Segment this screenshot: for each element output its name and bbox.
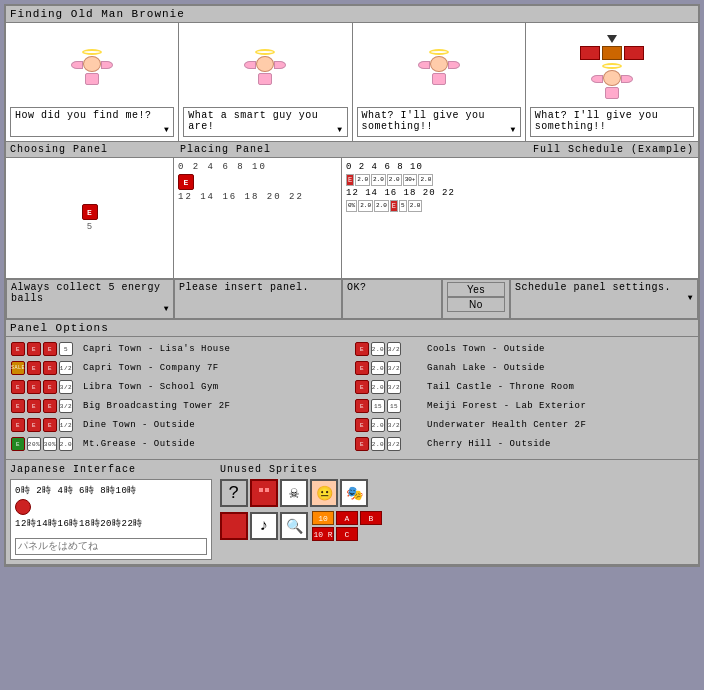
panel-item-4[interactable]: E E E 1/2 Dine Town - Outside <box>10 417 350 433</box>
angel-sprite-3 <box>418 49 460 85</box>
jp-text-input[interactable] <box>15 538 207 555</box>
head-1 <box>83 56 101 72</box>
panel-item-r4[interactable]: E 2.0 3/2 Underwater Health Center 2F <box>354 417 694 433</box>
panel-item-r5[interactable]: E 2.0 3/2 Cherry Hill - Outside <box>354 436 694 452</box>
full-schedule-header: Full Schedule (Example) <box>346 144 698 155</box>
section-headers: Choosing Panel Placing Panel Full Schedu… <box>6 142 698 158</box>
sched-n9: 5 <box>399 200 407 212</box>
mini-icon-e14: E <box>43 418 57 432</box>
no-button[interactable]: No <box>447 297 505 312</box>
dialogue-4: What? I'll give you something!! <box>530 107 694 137</box>
mini-num-3: 3/2 <box>59 380 73 394</box>
jp-sprite-icon <box>15 499 31 515</box>
orange-block-1 <box>602 46 622 60</box>
head-4 <box>603 70 621 86</box>
controls-row: Always collect 5 energy balls ▼ Please i… <box>6 279 698 320</box>
mini-icon-r3: E <box>355 380 369 394</box>
unused-music-icon: ♪ <box>250 512 278 540</box>
schedule-row2: 0% 2.0 2.0 E 5 2.0 <box>346 200 694 212</box>
right-wing-3 <box>448 61 460 69</box>
bottom-row: Japanese Interface 0時 2時 4時 6時 8時10時 12時… <box>6 460 698 565</box>
sprite-area-3 <box>357 27 521 107</box>
panel-icons-r1: E 2.0 3/2 <box>354 360 424 376</box>
sprite-area-2 <box>183 27 347 107</box>
mini-icon-e13: E <box>27 418 41 432</box>
dialogue-text-4: What? I'll give you something!! <box>535 110 689 132</box>
mini-num-r1a: 2.0 <box>371 342 385 356</box>
ok-control: OK? <box>342 279 442 319</box>
unused-cd-row: 10 R C <box>312 527 382 541</box>
panel-item-r0[interactable]: E 2.0 3/2 Cools Town - Outside <box>354 341 694 357</box>
body-2 <box>258 73 272 85</box>
window-title: Finding Old Man Brownie <box>10 8 185 20</box>
svg-rect-2 <box>265 488 269 492</box>
unused-10-icon: 10 <box>312 511 334 525</box>
mini-icon-r1: E <box>355 342 369 356</box>
panel-item-0[interactable]: E E E 5 Capri Town - Lisa's House <box>10 341 350 357</box>
panel-icons-r4: E 2.0 3/2 <box>354 417 424 433</box>
unused-ab-row: 10 A B <box>312 511 382 525</box>
wings-1 <box>71 56 113 73</box>
panel-item-r1[interactable]: E 2.0 3/2 Ganah Lake - Outside <box>354 360 694 376</box>
choosing-control[interactable]: Always collect 5 energy balls ▼ <box>6 279 174 319</box>
panel-icons-3: E E E 3/2 <box>10 398 80 414</box>
unused-skull-icon: ☠ <box>280 479 308 507</box>
mini-num-r5b: 3/2 <box>387 418 401 432</box>
mini-num-6a: 20% <box>27 437 41 451</box>
sched-n10: 2.0 <box>408 200 423 212</box>
panel-label-3: Big Broadcasting Tower 2F <box>83 401 231 411</box>
panel-item-3[interactable]: E E E 3/2 Big Broadcasting Tower 2F <box>10 398 350 414</box>
panel-item-2[interactable]: E E E 3/2 Libra Town - School Gym <box>10 379 350 395</box>
yes-button[interactable]: Yes <box>447 282 505 297</box>
sched-n1: 2.0 <box>355 174 370 186</box>
anim-frame-2: What a smart guy you are! ▼ <box>179 23 352 141</box>
dialogue-arrow-3: ▼ <box>510 125 515 134</box>
sched-n2: 2.0 <box>371 174 386 186</box>
dialogue-text-1: How did you find me!? <box>15 110 152 121</box>
unused-face-icon: 😐 <box>310 479 338 507</box>
mini-num-r5a: 2.0 <box>371 418 385 432</box>
unused-ab-icons: 10 A B 10 R C <box>312 511 382 541</box>
panel-icons-4: E E E 1/2 <box>10 417 80 433</box>
panel-item-5[interactable]: E 20% 30% 2.0 Mt.Grease - Outside <box>10 436 350 452</box>
mini-icon-e15: E <box>11 437 25 451</box>
mini-icon-e5: E <box>43 361 57 375</box>
unused-b-icon: B <box>360 511 382 525</box>
panel-label-r4: Underwater Health Center 2F <box>427 420 586 430</box>
schedule-dropdown-arrow[interactable]: ▼ <box>688 293 693 302</box>
energy-ball-placing-1: E <box>178 174 194 190</box>
schedule-label: Schedule panel settings. <box>515 282 693 293</box>
jp-time-row1: 0時 2時 4時 6時 8時10時 <box>15 484 207 497</box>
sched-n4: 30+ <box>403 174 418 186</box>
choosing-label: Always collect 5 energy balls <box>11 282 169 304</box>
schedule-control[interactable]: Schedule panel settings. ▼ <box>510 279 698 319</box>
schedule-row1: E 2.0 2.0 2.0 30+ 2.0 <box>346 174 694 186</box>
unused-red2-icon <box>220 512 248 540</box>
dialogue-arrow-1: ▼ <box>164 125 169 134</box>
angel-sprite-4 <box>591 63 633 99</box>
mini-icon-e10: E <box>27 399 41 413</box>
unused-question-icon: ? <box>220 479 248 507</box>
mini-icon-e1: E <box>11 342 25 356</box>
schedule-numbers-top: 0 2 4 6 8 10 <box>346 162 694 172</box>
svg-rect-1 <box>259 488 263 492</box>
panel-icons-2: E E E 3/2 <box>10 379 80 395</box>
panel-item-r2[interactable]: E 2.0 3/2 Tail Castle - Throne Room <box>354 379 694 395</box>
panel-options-title: Panel Options <box>6 320 698 337</box>
panel-icons-0: E E E 5 <box>10 341 80 357</box>
halo-4 <box>602 63 622 69</box>
main-window: Finding Old Man Brownie How did you find… <box>4 4 700 567</box>
halo-1 <box>82 49 102 55</box>
anim-frame-4: What? I'll give you something!! <box>526 23 698 141</box>
mini-num-r2b: 3/2 <box>387 361 401 375</box>
sched-n3: 2.0 <box>387 174 402 186</box>
mini-num-6c: 2.0 <box>59 437 73 451</box>
halo-3 <box>429 49 449 55</box>
title-bar: Finding Old Man Brownie <box>6 6 698 23</box>
placing-numbers-top: 0 2 4 6 8 10 <box>178 162 337 172</box>
panel-item-r3[interactable]: E 15 15 Meiji Forest - Lab Exterior <box>354 398 694 414</box>
mini-icon-r5: E <box>355 418 369 432</box>
choosing-dropdown-arrow[interactable]: ▼ <box>164 304 169 313</box>
left-wing-1 <box>71 61 83 69</box>
panel-item-1[interactable]: SALE E E 1/2 Capri Town - Company 7F <box>10 360 350 376</box>
